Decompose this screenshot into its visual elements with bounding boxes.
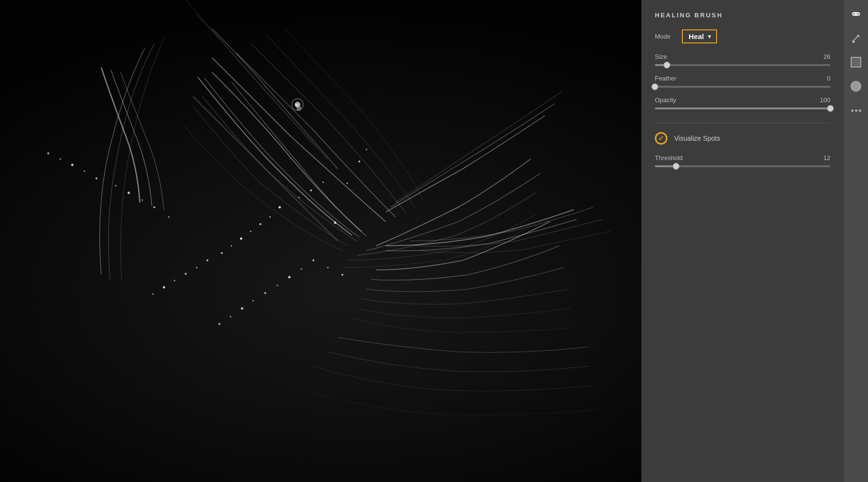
svg-point-5 (250, 231, 252, 232)
opacity-section: Opacity 100 (655, 96, 830, 109)
toolbar (844, 0, 868, 482)
svg-point-31 (153, 206, 155, 208)
opacity-slider[interactable] (655, 107, 830, 109)
svg-point-26 (230, 316, 231, 318)
svg-point-51 (855, 13, 857, 15)
visualize-label: Visualize Spots (674, 134, 720, 142)
feather-section: Feather 0 (655, 75, 830, 88)
svg-point-13 (206, 259, 208, 261)
svg-point-23 (264, 292, 266, 294)
feather-slider[interactable] (655, 86, 830, 88)
svg-point-19 (312, 259, 314, 261)
mode-row: Mode Heal ▾ (655, 29, 830, 43)
svg-point-42 (84, 171, 85, 172)
threshold-slider-thumb[interactable] (673, 163, 679, 170)
svg-point-17 (163, 286, 165, 289)
panel-title: HEALING BRUSH (655, 12, 830, 19)
svg-point-11 (323, 182, 324, 183)
svg-point-14 (196, 267, 198, 268)
svg-point-8 (221, 252, 223, 254)
feather-slider-thumb[interactable] (651, 83, 658, 90)
svg-point-44 (60, 159, 61, 160)
svg-point-6 (240, 238, 243, 240)
more-tools-button[interactable] (848, 102, 864, 119)
size-label: Size (655, 53, 667, 60)
svg-point-18 (152, 294, 154, 295)
mode-label: Mode (655, 33, 674, 40)
ellipsis-icon (851, 109, 861, 112)
size-section: Size 26 (655, 53, 830, 66)
svg-point-29 (341, 274, 343, 276)
svg-point-9 (298, 197, 300, 199)
svg-point-16 (174, 280, 176, 281)
mode-dropdown-value: Heal (689, 32, 704, 40)
svg-point-21 (288, 276, 291, 279)
visualize-row: ✓ Visualize Spots (655, 132, 830, 145)
svg-point-25 (241, 308, 244, 310)
svg-point-40 (358, 161, 360, 162)
svg-point-7 (231, 245, 232, 247)
svg-point-45 (47, 152, 49, 154)
svg-point-4 (259, 223, 261, 225)
visualize-spots-checkbox[interactable]: ✓ (655, 132, 667, 145)
size-value: 26 (824, 53, 830, 60)
threshold-slider[interactable] (655, 165, 830, 167)
size-slider[interactable] (655, 64, 830, 66)
feather-label: Feather (655, 75, 677, 82)
svg-point-43 (71, 164, 74, 166)
svg-point-12 (334, 222, 337, 224)
heal-tool-button[interactable] (848, 6, 864, 22)
opacity-slider-thumb[interactable] (827, 105, 834, 112)
svg-point-10 (310, 189, 312, 191)
svg-point-2 (279, 206, 281, 209)
threshold-label: Threshold (655, 154, 683, 161)
svg-point-20 (301, 268, 302, 270)
opacity-value: 100 (820, 96, 830, 104)
threshold-value: 12 (824, 154, 830, 161)
svg-point-32 (142, 200, 143, 201)
checkmark-icon: ✓ (658, 134, 664, 142)
size-slider-thumb[interactable] (664, 62, 670, 68)
svg-point-27 (218, 323, 220, 325)
threshold-section: Threshold 12 (655, 154, 830, 167)
svg-point-30 (168, 216, 170, 218)
rectangle-icon (851, 57, 861, 67)
divider (655, 123, 830, 123)
circle-tool-button[interactable] (848, 78, 864, 94)
svg-point-34 (115, 185, 117, 187)
rectangle-tool-button[interactable] (848, 54, 864, 70)
svg-point-3 (270, 216, 271, 218)
feather-value: 0 (827, 75, 830, 82)
svg-point-28 (327, 267, 329, 268)
svg-point-24 (253, 300, 254, 302)
brush-tool-button[interactable] (848, 30, 864, 46)
opacity-label: Opacity (655, 96, 676, 104)
chevron-down-icon: ▾ (708, 33, 711, 40)
svg-point-39 (366, 149, 367, 150)
svg-point-22 (277, 285, 278, 286)
svg-point-33 (128, 192, 130, 194)
svg-point-41 (95, 177, 97, 179)
opacity-slider-fill (655, 107, 830, 109)
healing-brush-panel: HEALING BRUSH Mode Heal ▾ Size 26 Feathe… (641, 0, 844, 482)
mode-dropdown[interactable]: Heal ▾ (682, 29, 717, 43)
svg-point-15 (185, 273, 187, 275)
svg-point-38 (347, 183, 348, 184)
svg-point-47 (295, 102, 300, 107)
circle-icon (851, 81, 861, 92)
